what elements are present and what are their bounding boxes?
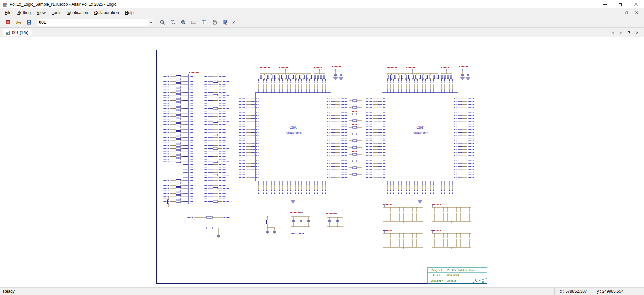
mdi-restore-button[interactable] (622, 9, 631, 16)
sheet-tabbar: 001 (1/5) ? × (0, 28, 644, 37)
schematic-canvas[interactable]: U20AH5TQ4G63AFRU20SH5TQ4G63AFRProjectPol… (0, 37, 644, 287)
cursor-coordinates: x : 578852.307 y : 249985.554 (554, 288, 629, 295)
svg-text:Project: Project (431, 269, 442, 272)
titlebar: PollEx_Logic_Sample_r1.0.sdbb - Altair P… (0, 0, 644, 8)
minimize-button[interactable] (597, 0, 613, 8)
tab-scroll-left-button[interactable] (612, 31, 614, 34)
sheet-properties-button[interactable] (221, 18, 229, 27)
keyboard-icon (191, 20, 196, 25)
mdi-close-button[interactable] (632, 9, 641, 16)
zoom-in-icon (160, 20, 165, 25)
cursor-x: x : 578852.307 (560, 289, 587, 294)
svg-text:U20S: U20S (416, 126, 424, 129)
chevron-down-icon (150, 21, 153, 23)
print-button[interactable] (210, 18, 219, 27)
save-icon (26, 20, 32, 25)
app-window: PollEx_Logic_Sample_r1.0.sdbb - Altair P… (0, 0, 644, 295)
svg-text:PollEx Golden Sample: PollEx Golden Sample (447, 269, 478, 272)
app-icon (2, 2, 8, 7)
mdi-controls (612, 9, 644, 16)
tab-controls: ? × (612, 30, 641, 35)
svg-text:MCU DDR3: MCU DDR3 (447, 274, 459, 277)
close-icon (634, 2, 638, 6)
tab-close-button[interactable]: × (636, 30, 638, 35)
statusbar: Ready x : 578852.307 y : 249985.554 (0, 287, 644, 295)
tab-sheet-001[interactable]: 001 (1/5) (3, 29, 32, 36)
zoom-out-icon (170, 20, 176, 25)
svg-text:H5TQ4G63AFR: H5TQ4G63AFR (412, 132, 428, 135)
zoom-window-button[interactable] (179, 18, 188, 27)
sheet-icon (5, 30, 10, 35)
toolbar-overflow-icon (231, 20, 236, 25)
tab-help-button[interactable]: ? (628, 30, 630, 35)
toolbar: 001 (0, 17, 644, 28)
svg-text:8: 8 (482, 281, 484, 283)
menubar: FileSettingViewToolsVerificationCollabor… (0, 8, 644, 17)
mdi-minimize-icon (615, 11, 618, 14)
svg-text:Block: Block (433, 274, 441, 277)
svg-text:H5TQ4G63AFR: H5TQ4G63AFR (285, 132, 302, 135)
menu-verification[interactable]: Verification (64, 9, 91, 17)
mdi-close-icon (635, 11, 638, 14)
close-sheet-icon (5, 20, 11, 25)
menu-items: FileSettingViewToolsVerificationCollabor… (2, 9, 137, 17)
mdi-minimize-button[interactable] (612, 9, 621, 16)
schematic-drawing: U20AH5TQ4G63AFRU20SH5TQ4G63AFRProjectPol… (156, 50, 487, 284)
menu-tools[interactable]: Tools (49, 9, 64, 17)
combo-dropdown-button[interactable] (148, 19, 154, 26)
sheet-selector[interactable]: 001 (37, 19, 154, 26)
keyboard-button[interactable] (189, 18, 198, 27)
window-title: PollEx_Logic_Sample_r1.0.sdbb - Altair P… (10, 2, 117, 7)
svg-text:1: 1 (475, 279, 476, 281)
tab-label: 001 (1/5) (12, 30, 28, 35)
open-folder-icon (16, 20, 21, 25)
close-sheet-button[interactable] (4, 18, 12, 27)
cursor-y: y : 249985.554 (597, 289, 624, 294)
open-folder-button[interactable] (14, 18, 23, 27)
window-controls (597, 0, 644, 8)
print-icon (212, 20, 217, 25)
menu-setting[interactable]: Setting (14, 9, 34, 17)
svg-text:U20A: U20A (289, 126, 297, 129)
sheet-properties-icon (222, 20, 228, 25)
sheet-list-button[interactable] (200, 18, 209, 27)
menu-view[interactable]: View (34, 9, 49, 17)
svg-text:Altair: Altair (447, 279, 457, 282)
zoom-in-button[interactable] (158, 18, 167, 27)
status-text: Ready (3, 289, 15, 294)
sheet-list-icon (201, 20, 207, 25)
close-button[interactable] (628, 0, 644, 8)
toolbar-overflow-button[interactable] (231, 18, 236, 27)
mdi-restore-icon (625, 11, 628, 14)
menu-collaboration[interactable]: Collaboration (91, 9, 122, 17)
save-button[interactable] (25, 18, 33, 27)
restore-icon (618, 2, 623, 6)
zoom-window-icon (181, 20, 186, 25)
restore-button[interactable] (613, 0, 628, 8)
svg-text:Designer: Designer (431, 279, 443, 282)
menu-file[interactable]: File (2, 9, 14, 17)
zoom-out-button[interactable] (169, 18, 177, 27)
menu-help[interactable]: Help (122, 9, 137, 17)
minimize-icon (603, 2, 607, 6)
sheet-selector-value: 001 (37, 19, 148, 26)
tab-scroll-right-button[interactable] (620, 31, 622, 34)
